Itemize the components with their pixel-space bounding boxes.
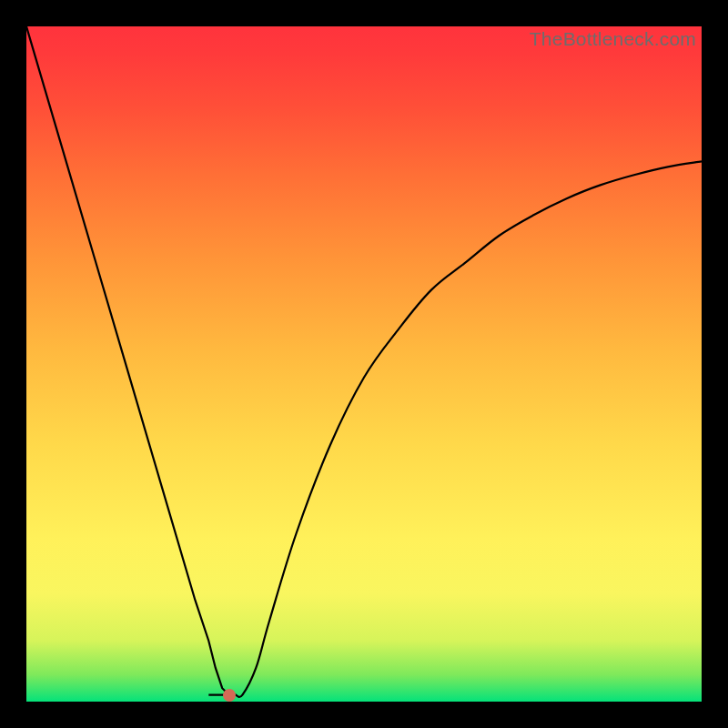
chart-plot-area: TheBottleneck.com <box>26 26 702 702</box>
minimum-dot <box>223 689 236 702</box>
watermark-text: TheBottleneck.com <box>530 28 696 50</box>
bottleneck-curve <box>26 26 702 702</box>
curve-path <box>26 26 702 697</box>
chart-frame: TheBottleneck.com <box>0 0 728 728</box>
